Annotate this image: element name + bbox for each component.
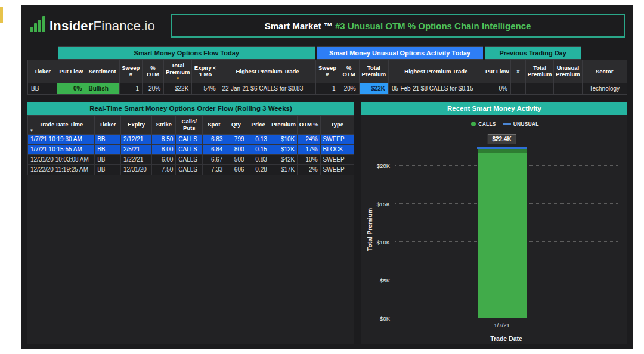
cell[interactable]: 8.00 [152,144,176,154]
summary-col-unusual-highest-premium-trade[interactable]: Highest Premium Trade [388,60,484,83]
sort-desc-icon[interactable]: ▼ [165,77,190,80]
cell[interactable]: 1/7/21 10:19:30 AM [28,134,95,144]
flow-col-qty[interactable]: Qty [225,115,247,134]
cell[interactable]: 2/5/21 [120,144,152,154]
cell[interactable]: 24% [298,134,320,144]
flow-col-premium[interactable]: Premium [270,115,297,134]
cell-unusual-premium[interactable] [554,83,582,94]
sort-desc-icon[interactable]: ▼ [30,129,33,133]
order-flow-row[interactable]: 12/22/20 11:19:25 AM BB 12/31/20 7.50 CA… [28,164,354,175]
summary-col-unusual-otm[interactable]: % OTM [339,60,359,83]
cell[interactable]: 7.50 [152,164,176,175]
cell-unusual-highest-premium-trade[interactable]: 05-Feb-21 $8 CALLS for $0.15 [388,83,484,94]
insiderfinance-logo[interactable]: InsiderFinance.io [30,17,155,34]
cell[interactable]: 6.84 [203,144,225,154]
summary-col-sweep[interactable]: Sweep # [119,60,142,83]
flow-col-trade-date-time[interactable]: Trade Date Time▼ [28,115,95,134]
summary-col-put-flow[interactable]: Put Flow [57,60,85,83]
cell-ticker[interactable]: BB [28,83,57,94]
cell[interactable]: SWEEP [320,154,354,164]
cell[interactable]: $10K [270,134,297,144]
flow-col-calls-puts[interactable]: Calls/ Puts [176,115,203,134]
cell[interactable]: 6.83 [203,134,225,144]
flow-col-type[interactable]: Type [320,115,354,134]
cell[interactable]: 500 [225,154,247,164]
summary-col-unusual-sweep[interactable]: Sweep # [316,60,339,83]
cell[interactable]: 800 [225,144,247,154]
summary-col-prev-total-premium[interactable]: Total Premium [526,60,554,83]
cell-sweep[interactable]: 1 [119,83,142,94]
summary-data-row[interactable]: BB 0% Bullish 1 20% $22K 54% 22-Jan-21 $… [28,83,627,94]
cell[interactable]: BLOCK [320,144,354,154]
cell[interactable]: SWEEP [320,134,354,144]
cell[interactable]: 0.28 [247,164,270,175]
calls-bar[interactable] [478,147,527,318]
cell-prev-put-flow[interactable]: 0% [484,83,510,94]
cell-put-flow[interactable]: 0% [57,83,85,94]
cell[interactable]: 6.67 [203,154,225,164]
cell[interactable]: 1/22/21 [120,154,152,164]
cell[interactable]: 0.83 [247,154,270,164]
cell[interactable]: 606 [225,164,247,175]
summary-col-unusual-premium[interactable]: Unusual Premium [554,60,582,83]
flow-col-otm[interactable]: OTM % [298,115,320,134]
cell-unusual-sweep[interactable]: 1 [316,83,339,94]
summary-col-ticker[interactable]: Ticker [28,60,57,83]
cell[interactable]: 0.15 [247,144,270,154]
cell-sector[interactable]: Technology [582,83,627,94]
cell[interactable]: 12/31/20 [120,164,152,175]
cell[interactable]: 8.50 [152,134,176,144]
cell[interactable]: 6.00 [152,154,176,164]
cell-highest-premium-trade[interactable]: 22-Jan-21 $6 CALLS for $0.83 [219,83,316,94]
cell[interactable]: 0.13 [247,134,270,144]
cell[interactable]: 7.33 [203,164,225,175]
flow-col-strike[interactable]: Strike [152,115,176,134]
cell[interactable]: BB [95,134,121,144]
cell[interactable]: 12/22/20 11:19:25 AM [28,164,95,175]
cell[interactable]: CALLS [176,154,203,164]
cell-unusual-otm[interactable]: 20% [339,83,359,94]
order-flow-row[interactable]: 1/7/21 10:15:55 AM BB 2/5/21 8.00 CALLS … [28,144,354,154]
summary-col-sentiment[interactable]: Sentiment [85,60,119,83]
cell[interactable]: 799 [225,134,247,144]
flow-col-spot[interactable]: Spot [203,115,225,134]
order-flow-row[interactable]: 1/7/21 10:19:30 AM BB 2/12/21 8.50 CALLS… [28,134,354,144]
summary-col-prev-num[interactable]: # [510,60,525,83]
cell-total-premium[interactable]: $22K [164,83,192,94]
summary-col-unusual-total-premium[interactable]: Total Premium [359,60,388,83]
flow-col-expiry[interactable]: Expiry [120,115,152,134]
cell[interactable]: $12K [270,144,297,154]
flow-col-price[interactable]: Price [247,115,270,134]
cell[interactable]: -10% [298,154,320,164]
cell[interactable]: 1/7/21 10:15:55 AM [28,144,95,154]
cell[interactable]: CALLS [176,144,203,154]
summary-col-prev-put-flow[interactable]: Put Flow [484,60,510,83]
cell[interactable]: CALLS [176,164,203,175]
legend-calls[interactable]: CALLS [471,121,496,127]
cell[interactable]: SWEEP [320,164,354,175]
cell[interactable]: BB [95,164,121,175]
cell[interactable]: 2% [298,164,320,175]
summary-col-highest-premium-trade[interactable]: Highest Premium Trade [219,60,316,83]
cell[interactable]: CALLS [176,134,203,144]
cell-otm[interactable]: 20% [142,83,163,94]
cell[interactable]: $42K [270,154,297,164]
cell[interactable]: 12/31/20 10:03:08 AM [28,154,95,164]
cell-prev-num[interactable] [510,83,525,94]
summary-col-expiry-1mo[interactable]: Expiry < 1 Mo [192,60,219,83]
cell-unusual-total-premium[interactable]: $22K [359,83,388,94]
summary-col-sector[interactable]: Sector [582,60,627,83]
cell[interactable]: BB [95,144,121,154]
cell-expiry-1mo[interactable]: 54% [192,83,219,94]
legend-unusual[interactable]: UNUSUAL [503,121,539,127]
order-flow-row[interactable]: 12/31/20 10:03:08 AM BB 1/22/21 6.00 CAL… [28,154,354,164]
cell[interactable]: $17K [270,164,297,175]
flow-col-ticker[interactable]: Ticker [95,115,121,134]
cell[interactable]: 17% [298,144,320,154]
cell[interactable]: BB [95,154,121,164]
cell-prev-total-premium[interactable] [526,83,554,94]
summary-col-otm[interactable]: % OTM [142,60,163,83]
cell-sentiment[interactable]: Bullish [85,83,119,94]
summary-col-total-premium[interactable]: Total Premium▼ [164,60,192,83]
cell[interactable]: 2/12/21 [120,134,152,144]
